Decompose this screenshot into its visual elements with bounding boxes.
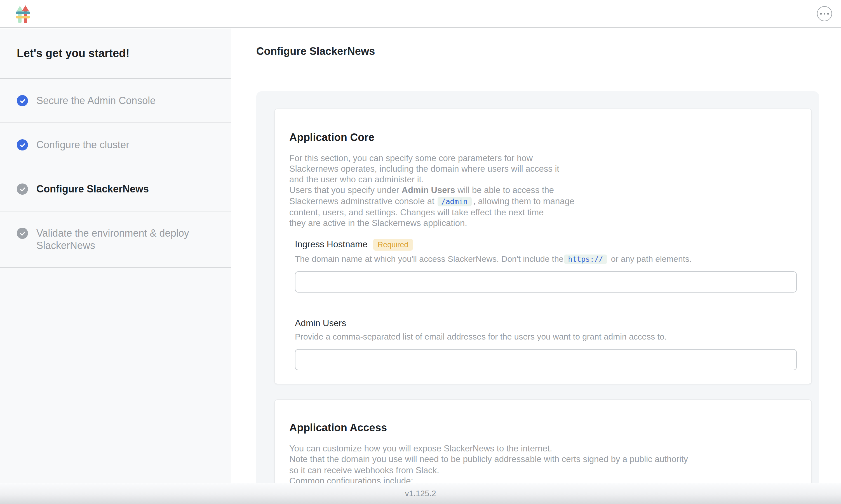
inline-code-https: https:// xyxy=(564,254,607,264)
check-icon xyxy=(17,228,28,239)
desc-line: Slackernews operates, including the doma… xyxy=(289,163,797,174)
main-content: Configure SlackerNews Application Core F… xyxy=(231,29,841,504)
card-title: Application Access xyxy=(289,422,797,434)
ingress-hostname-help: The domain name at which you'll access S… xyxy=(295,254,797,263)
top-bar xyxy=(0,0,841,28)
step-label: Configure SlackerNews xyxy=(36,183,149,195)
ingress-hostname-label: Ingress Hostname xyxy=(295,239,368,250)
step-label: Secure the Admin Console xyxy=(36,94,156,107)
setup-steps-sidebar: Let's get you started! Secure the Admin … xyxy=(0,29,231,483)
field-label-row: Ingress Hostname Required xyxy=(295,238,797,250)
check-icon xyxy=(17,139,28,150)
desc-line: content, users, and settings. Changes wi… xyxy=(289,207,797,218)
admin-users-group: Admin Users Provide a comma-separated li… xyxy=(295,318,797,370)
step-label: Configure the cluster xyxy=(36,139,129,151)
inline-code-admin-path: /admin xyxy=(437,197,471,206)
app-root: Let's get you started! Secure the Admin … xyxy=(0,0,841,504)
desc-line: Users that you specify under Admin Users… xyxy=(289,185,797,196)
step-label: Validate the environment & deploy Slacke… xyxy=(36,227,209,252)
ellipsis-icon xyxy=(820,13,822,15)
desc-line: Note that the domain you use will need t… xyxy=(289,454,797,465)
sidebar-step-configure-cluster[interactable]: Configure the cluster xyxy=(0,123,231,167)
app-footer: v1.125.2 xyxy=(0,483,841,504)
version-label: v1.125.2 xyxy=(405,489,436,498)
required-badge: Required xyxy=(373,238,413,250)
sidebar-step-validate-deploy[interactable]: Validate the environment & deploy Slacke… xyxy=(0,212,231,268)
application-core-card: Application Core For this section, you c… xyxy=(274,109,812,384)
desc-line: Slackernews adminstrative console at /ad… xyxy=(289,196,797,207)
card-title: Application Core xyxy=(289,131,797,144)
config-panel: Application Core For this section, you c… xyxy=(256,91,819,504)
admin-users-help: Provide a comma-separated list of email … xyxy=(295,331,797,341)
more-options-button[interactable] xyxy=(817,6,832,21)
sidebar-step-configure-slackernews[interactable]: Configure SlackerNews xyxy=(0,167,231,212)
desc-line: For this section, you can specify some c… xyxy=(289,152,797,163)
desc-line: You can customize how you will expose Sl… xyxy=(289,443,797,454)
check-icon xyxy=(17,95,28,106)
sidebar-title: Let's get you started! xyxy=(0,29,231,79)
admin-users-input[interactable] xyxy=(295,349,797,370)
ingress-hostname-group: Ingress Hostname Required The domain nam… xyxy=(295,238,797,292)
check-icon xyxy=(17,183,28,195)
admin-users-label: Admin Users xyxy=(295,318,346,328)
desc-line: and the user who can administer it. xyxy=(289,174,797,185)
desc-line: they are active in the Slackernews appli… xyxy=(289,218,797,229)
field-label-row: Admin Users xyxy=(295,318,797,328)
slackernews-logo-icon xyxy=(16,5,30,23)
sidebar-step-secure-admin-console[interactable]: Secure the Admin Console xyxy=(0,79,231,123)
title-divider xyxy=(256,73,832,73)
card-description: For this section, you can specify some c… xyxy=(289,152,797,229)
desc-line: so it can receive webhooks from Slack. xyxy=(289,465,797,475)
ingress-hostname-input[interactable] xyxy=(295,271,797,292)
page-title: Configure SlackerNews xyxy=(256,45,832,58)
